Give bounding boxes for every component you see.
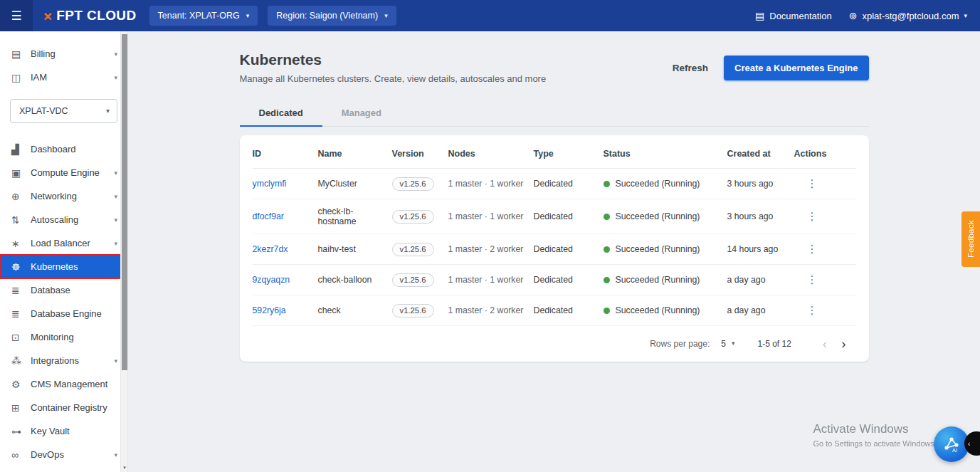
sidebar-item-label: Dashboard xyxy=(31,144,114,154)
sidebar-item-monitoring[interactable]: ⊡ Monitoring ▾ xyxy=(0,325,127,349)
create-kubernetes-engine-button[interactable]: Create a Kubernetes Engine xyxy=(724,56,868,80)
sidebar-item-label: IAM xyxy=(31,72,114,83)
cluster-id-link[interactable]: ymclymfi xyxy=(253,179,287,189)
vdc-selector-value: XPLAT-VDC xyxy=(19,106,68,116)
cluster-id-link[interactable]: 592ry6ja xyxy=(253,305,286,315)
prev-page-button[interactable]: ‹ xyxy=(816,337,834,350)
status-dot-icon xyxy=(604,214,610,220)
chevron-down-icon: ▾ xyxy=(114,74,117,81)
refresh-button[interactable]: Refresh xyxy=(673,63,708,73)
cell-nodes: 1 master · 2 worker xyxy=(448,295,534,326)
sidebar-item-integrations[interactable]: ⁂ Integrations ▾ xyxy=(0,349,127,372)
sidebar-item-key-vault[interactable]: ⊶ Key Vault ▾ xyxy=(0,419,127,443)
sidebar-item-database-engine[interactable]: ≣ Database Engine ▾ xyxy=(0,302,127,325)
sidebar-item-label: Kubernetes xyxy=(31,261,114,272)
keyvault-icon: ⊶ xyxy=(11,426,27,436)
watermark-title: Activate Windows xyxy=(813,422,934,436)
tenant-selector[interactable]: Tenant: XPLAT-ORG ▾ xyxy=(149,6,258,26)
sidebar-item-devops[interactable]: ∞ DevOps ▾ xyxy=(0,443,127,466)
cell-nodes: 1 master · 1 worker xyxy=(448,265,534,295)
sidebar-item-container-registry[interactable]: ⊞ Container Registry ▾ xyxy=(0,396,127,419)
tab-label: Dedicated xyxy=(259,107,303,118)
vdc-selector[interactable]: XPLAT-VDC ▾ xyxy=(10,99,117,123)
brand-logo: × FPT CLOUD xyxy=(43,8,137,23)
sidebar-item-billing[interactable]: ▤ Billing ▾ xyxy=(0,42,127,65)
sidebar-item-label: Compute Engine xyxy=(31,167,114,178)
iam-icon: ◫ xyxy=(11,73,27,83)
column-header: Status xyxy=(604,137,727,169)
cell-name: haihv-test xyxy=(318,234,392,265)
cluster-id-link[interactable]: dfocf9ar xyxy=(253,211,284,221)
sidebar-item-iam[interactable]: ◫ IAM ▾ xyxy=(0,65,127,89)
table-body: ymclymfi MyCluster v1.25.6 1 master · 1 … xyxy=(253,169,856,326)
sidebar-item-cms-management[interactable]: ⚙ CMS Management ▾ xyxy=(0,372,127,396)
version-chip: v1.25.6 xyxy=(392,210,434,224)
sidebar-item-label: Key Vault xyxy=(31,426,114,436)
clusters-table: ID Name Version Nodes Type Status Crea xyxy=(253,137,856,326)
tab-dedicated[interactable]: Dedicated xyxy=(240,101,322,126)
menu-button[interactable]: ☰ xyxy=(0,0,33,31)
sidebar-item-database[interactable]: ≣ Database ▾ xyxy=(0,278,127,302)
tab-managed[interactable]: Managed xyxy=(322,101,401,126)
sidebar-item-label: DevOps xyxy=(31,449,114,460)
cell-status: Succeeded (Running) xyxy=(604,199,727,234)
cell-actions: ⋮ xyxy=(794,295,856,326)
cell-name: check-balloon xyxy=(318,265,392,295)
sidebar-item-kubernetes[interactable]: ☸ Kubernetes ▾ xyxy=(0,255,127,278)
cms-icon: ⚙ xyxy=(11,379,27,389)
rows-per-page-select[interactable]: 5 ▾ xyxy=(721,339,734,349)
pagination-range: 1-5 of 12 xyxy=(757,339,791,349)
sidebar: ▤ Billing ▾ ◫ IAM ▾ XPLAT-VDC ▾ ▟ Dashbo… xyxy=(0,31,128,472)
next-page-button[interactable]: › xyxy=(834,337,853,350)
cell-version: v1.25.6 xyxy=(392,234,448,265)
topbar: ☰ × FPT CLOUD Tenant: XPLAT-ORG ▾ Region… xyxy=(0,0,980,31)
row-actions-button[interactable]: ⋮ xyxy=(803,303,822,318)
sidebar-item-compute-engine[interactable]: ▣ Compute Engine ▾ xyxy=(0,161,127,184)
row-actions-button[interactable]: ⋮ xyxy=(803,209,822,224)
chevron-down-icon: ▾ xyxy=(114,357,117,365)
row-actions-button[interactable]: ⋮ xyxy=(803,272,822,288)
account-email: xplat-stg@fptcloud.com xyxy=(862,11,959,21)
sidebar-item-autoscaling[interactable]: ⇅ Autoscaling ▾ xyxy=(0,208,127,231)
cell-actions: ⋮ xyxy=(794,234,856,265)
chevron-down-icon: ▾ xyxy=(114,51,117,58)
cluster-id-link[interactable]: 9zqyaqzn xyxy=(253,275,290,285)
ai-molecule-icon: AI xyxy=(942,434,961,454)
clusters-table-card: ID Name Version Nodes Type Status Crea xyxy=(240,135,869,362)
account-menu[interactable]: ⊚ xplat-stg@fptcloud.com ▾ xyxy=(849,11,967,21)
database-icon: ≣ xyxy=(11,285,27,295)
main-content: Kubernetes Manage all Kubernetes cluster… xyxy=(128,31,980,472)
region-selector[interactable]: Region: Saigon (Vietnam) ▾ xyxy=(268,6,396,26)
feedback-tab[interactable]: Feedback xyxy=(961,211,980,267)
cell-created-at: a day ago xyxy=(727,295,794,326)
status-dot-icon xyxy=(604,277,610,283)
scrollbar-thumb[interactable] xyxy=(122,34,127,370)
brand-text: FPT CLOUD xyxy=(56,8,136,23)
sidebar-item-dashboard[interactable]: ▟ Dashboard ▾ xyxy=(0,137,127,161)
row-actions-button[interactable]: ⋮ xyxy=(803,241,822,257)
billing-icon: ▤ xyxy=(11,49,27,59)
status-badge: Succeeded (Running) xyxy=(604,275,723,285)
monitoring-icon: ⊡ xyxy=(11,332,27,342)
sidebar-item-networking[interactable]: ⊕ Networking ▾ xyxy=(0,184,127,208)
cell-name: check xyxy=(318,295,392,326)
integrations-icon: ⁂ xyxy=(11,356,27,366)
chevron-down-icon: ▾ xyxy=(114,193,117,200)
column-header: ID xyxy=(253,137,318,169)
hamburger-icon: ☰ xyxy=(11,9,21,23)
documentation-label: Documentation xyxy=(769,11,831,21)
sidebar-item-load-balancer[interactable]: ∗ Load Balancer ▾ xyxy=(0,231,127,255)
scroll-down-icon[interactable]: ▾ xyxy=(121,465,128,471)
compute-icon: ▣ xyxy=(11,168,27,178)
sidebar-item-label: Database Engine xyxy=(31,308,114,319)
caret-down-icon: ▾ xyxy=(246,13,250,19)
documentation-link[interactable]: ▤ Documentation xyxy=(755,11,832,21)
dashboard-icon: ▟ xyxy=(11,145,27,154)
row-actions-button[interactable]: ⋮ xyxy=(803,176,822,192)
caret-down-icon: ▾ xyxy=(384,13,388,19)
status-text: Succeeded (Running) xyxy=(616,244,700,254)
edge-collapse-icon: ‹ xyxy=(968,440,970,448)
cell-version: v1.25.6 xyxy=(392,265,448,295)
cluster-id-link[interactable]: 2kezr7dx xyxy=(253,244,288,254)
sidebar-scrollbar[interactable]: ▾ xyxy=(120,31,127,472)
